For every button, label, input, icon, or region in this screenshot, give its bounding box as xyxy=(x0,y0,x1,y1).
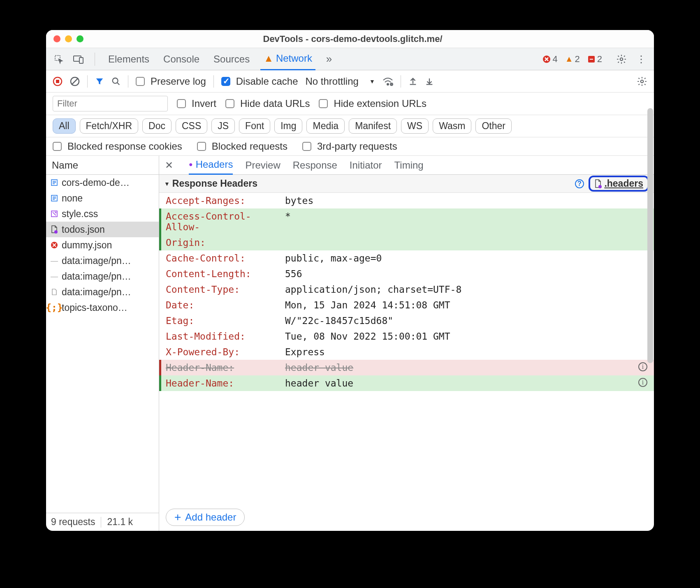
blocked-response-cookies-toggle[interactable]: Blocked response cookies xyxy=(53,141,182,152)
header-row[interactable]: Header-Name:header valuei xyxy=(159,360,654,375)
issues-badge[interactable]: 2 xyxy=(587,54,602,65)
header-row[interactable]: Last-Modified:Tue, 08 Nov 2022 15:00:01 … xyxy=(159,329,654,344)
warning-badge[interactable]: ▲ 2 xyxy=(565,54,580,65)
file-type-icon xyxy=(50,178,58,187)
hide-extension-urls-toggle[interactable]: Hide extension URLs xyxy=(319,98,426,109)
tab-headers[interactable]: ●Headers xyxy=(189,156,233,175)
chip-js[interactable]: JS xyxy=(211,118,235,134)
chip-all[interactable]: All xyxy=(53,118,76,134)
tab-timing[interactable]: Timing xyxy=(394,156,424,175)
record-button[interactable] xyxy=(53,76,63,86)
chip-manifest[interactable]: Manifest xyxy=(349,118,397,134)
header-name: Access-Control-Allow- xyxy=(166,211,285,232)
header-row[interactable]: Header-Name:header valuei xyxy=(159,375,654,391)
headers-body: Accept-Ranges:bytesAccess-Control-Allow-… xyxy=(159,193,654,504)
headers-override-link[interactable]: .headers xyxy=(589,176,649,192)
download-har-icon[interactable] xyxy=(425,77,434,86)
type-filter-bar: All Fetch/XHR Doc CSS JS Font Img Media … xyxy=(46,115,654,137)
tab-preview[interactable]: Preview xyxy=(245,156,280,175)
label: Blocked response cookies xyxy=(67,141,182,152)
header-value: application/json; charset=UTF-8 xyxy=(285,284,647,295)
third-party-requests-toggle[interactable]: 3rd-party requests xyxy=(302,141,397,152)
chip-font[interactable]: Font xyxy=(239,118,270,134)
filter-icon[interactable] xyxy=(95,77,104,86)
header-name: Content-Type: xyxy=(166,284,285,295)
filter-input[interactable] xyxy=(53,96,168,111)
upload-har-icon[interactable] xyxy=(408,77,417,86)
error-count: 4 xyxy=(552,54,557,65)
kebab-menu-icon[interactable]: ⋮ xyxy=(635,53,647,65)
svg-rect-8 xyxy=(56,80,59,83)
header-row[interactable]: Etag:W/"22c-18457c15d68" xyxy=(159,313,654,329)
request-item[interactable]: {;}topics-taxono… xyxy=(46,300,159,315)
chip-ws[interactable]: WS xyxy=(401,118,429,134)
request-item[interactable]: —data:image/pn… xyxy=(46,269,159,284)
detail-panel: ✕ ●Headers Preview Response Initiator Ti… xyxy=(159,156,654,531)
tab-console[interactable]: Console xyxy=(160,48,203,70)
file-type-icon xyxy=(50,210,58,218)
clear-button[interactable] xyxy=(70,76,80,86)
throttling-select[interactable]: No throttling▼ xyxy=(305,76,375,87)
chip-doc[interactable]: Doc xyxy=(142,118,172,134)
tab-initiator[interactable]: Initiator xyxy=(350,156,382,175)
extra-filters-row: Blocked response cookies Blocked request… xyxy=(46,137,654,156)
file-type-icon xyxy=(50,288,58,296)
header-row[interactable]: Access-Control-Allow-* xyxy=(159,208,654,235)
svg-point-11 xyxy=(113,78,118,83)
response-headers-section[interactable]: ▼ Response Headers ? .headers xyxy=(159,175,654,193)
search-icon[interactable] xyxy=(111,77,121,86)
request-item[interactable]: none xyxy=(46,190,159,206)
more-tabs-icon[interactable]: » xyxy=(323,53,335,65)
network-conditions-icon[interactable] xyxy=(382,77,393,86)
header-row[interactable]: Date:Mon, 15 Jan 2024 14:51:08 GMT xyxy=(159,297,654,313)
tab-response[interactable]: Response xyxy=(293,156,337,175)
chip-css[interactable]: CSS xyxy=(176,118,207,134)
blocked-requests-toggle[interactable]: Blocked requests xyxy=(197,141,287,152)
tab-network[interactable]: ▲ Network xyxy=(260,48,315,70)
checkbox-icon xyxy=(302,142,311,151)
header-row[interactable]: Content-Type:application/json; charset=U… xyxy=(159,282,654,297)
request-item[interactable]: dummy.json xyxy=(46,237,159,253)
file-name: data:image/pn… xyxy=(62,287,131,298)
name-column-header[interactable]: Name xyxy=(46,156,159,175)
device-toolbar-icon[interactable] xyxy=(72,53,85,65)
request-item[interactable]: —data:image/pn… xyxy=(46,253,159,269)
chip-other[interactable]: Other xyxy=(475,118,512,134)
disable-cache-toggle[interactable]: Disable cache xyxy=(221,76,298,87)
header-row[interactable]: Cache-Control:public, max-age=0 xyxy=(159,250,654,266)
settings-icon[interactable] xyxy=(615,53,628,65)
error-badge[interactable]: 4 xyxy=(542,54,557,65)
chevron-down-icon: ▼ xyxy=(369,78,375,85)
request-item[interactable]: style.css xyxy=(46,206,159,222)
close-detail-icon[interactable]: ✕ xyxy=(165,160,176,171)
svg-point-25 xyxy=(54,230,58,234)
preserve-log-toggle[interactable]: Preserve log xyxy=(136,76,206,87)
info-icon[interactable]: i xyxy=(638,362,647,371)
chip-fetch[interactable]: Fetch/XHR xyxy=(80,118,138,134)
header-name: Header-Name: xyxy=(166,362,285,373)
file-name: dummy.json xyxy=(62,240,112,251)
request-item[interactable]: todos.json xyxy=(46,222,159,237)
chip-wasm[interactable]: Wasm xyxy=(433,118,471,134)
tab-elements[interactable]: Elements xyxy=(105,48,153,70)
tab-sources[interactable]: Sources xyxy=(210,48,253,70)
network-settings-icon[interactable] xyxy=(637,76,647,87)
header-row[interactable]: Content-Length:556 xyxy=(159,266,654,282)
chip-img[interactable]: Img xyxy=(274,118,302,134)
hide-data-urls-toggle[interactable]: Hide data URLs xyxy=(225,98,310,109)
header-row[interactable]: Accept-Ranges:bytes xyxy=(159,193,654,208)
invert-toggle[interactable]: Invert xyxy=(177,98,216,109)
header-row[interactable]: X-Powered-By:Express xyxy=(159,344,654,360)
help-icon[interactable]: ? xyxy=(575,179,584,189)
file-name: style.css xyxy=(62,208,98,220)
titlebar: DevTools - cors-demo-devtools.glitch.me/ xyxy=(46,30,654,48)
add-header-button[interactable]: + Add header xyxy=(166,509,245,526)
label: Disable cache xyxy=(236,76,298,87)
info-icon[interactable]: i xyxy=(638,378,647,387)
scrollbar[interactable] xyxy=(647,108,653,363)
chip-media[interactable]: Media xyxy=(306,118,345,134)
request-item[interactable]: cors-demo-de… xyxy=(46,175,159,190)
request-item[interactable]: data:image/pn… xyxy=(46,284,159,300)
file-name: topics-taxono… xyxy=(62,302,127,313)
inspect-icon[interactable] xyxy=(53,53,65,65)
